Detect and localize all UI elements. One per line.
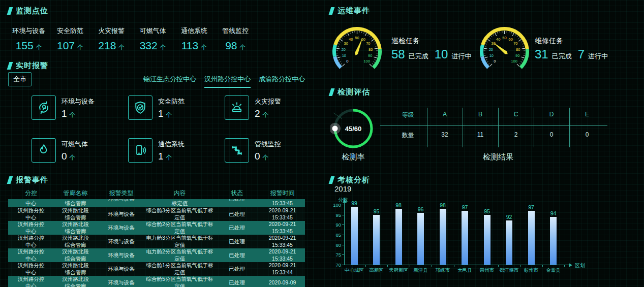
table-cell: 标定值 <box>145 199 214 207</box>
table-row: 汉州路分控 中心汉州路北段 综合管廊环境与设备综合舱5分区当前氧气低于标 定值已… <box>8 276 305 287</box>
table-cell: 汉州路北段 综合管廊 <box>54 207 97 221</box>
section-title-text: 考核分析 <box>338 175 370 185</box>
bar-category-label: 金堂县 <box>539 267 568 274</box>
table-cell: 环境与设备 <box>97 207 145 221</box>
svg-text:10: 10 <box>489 53 494 58</box>
bar <box>506 220 512 265</box>
bar-value-label: 97 <box>524 204 539 210</box>
monitor-point-unit: 个 <box>160 44 166 51</box>
table-cell: 汉州路分控 中心 <box>8 221 54 235</box>
pipe-icon <box>229 143 244 158</box>
alarm-type-item: 可燃气体0个 <box>32 138 88 163</box>
active-count: 7 <box>578 47 585 61</box>
svg-text:80: 80 <box>516 47 520 52</box>
table-cell: 环境与设备 <box>97 276 145 287</box>
y-tick-label: 80 <box>329 242 341 248</box>
alarm-type-unit: 个 <box>70 111 76 118</box>
gauge-stats: 31 已完成 7 进行中 <box>535 47 608 61</box>
x-tick <box>498 265 499 267</box>
monitor-point-label: 通信系统 <box>173 26 214 36</box>
alarm-type-label: 火灾报警 <box>255 97 281 106</box>
monitor-point-unit: 个 <box>36 44 42 51</box>
monitor-point-label: 安全防范 <box>49 26 90 36</box>
table-cell: 15:33:45 <box>260 199 305 207</box>
table-row: 汉州路分控 中心汉州路北段 综合管廊环境与设备电力舱2分区当前氧气低于标 定值已… <box>8 248 305 262</box>
bar-value-label: 95 <box>479 208 495 214</box>
table-cell: 汉州路分控 中心 <box>8 262 54 276</box>
monitor-point-unit: 个 <box>118 44 125 51</box>
y-tick <box>342 245 344 245</box>
alarm-type-value: 0个 <box>62 151 88 162</box>
table-cell: 2020-09-21 15:33:45 <box>260 207 305 221</box>
alarm-type-value: 1个 <box>62 108 95 119</box>
table-cell: 汉州路北段 综合管廊 <box>54 262 97 276</box>
done-count: 31 <box>535 47 548 61</box>
svg-text:70: 70 <box>513 41 517 46</box>
x-tick <box>387 265 388 267</box>
monitor-point-label: 火灾报警 <box>91 26 132 36</box>
table-cell: 综合舱2分区当前氧气低于标 定值 <box>145 221 214 235</box>
table-row: 中心综合管廊环境与设备标定值已处理15:33:45 <box>8 199 305 207</box>
svg-text:60: 60 <box>509 37 513 42</box>
bar <box>440 209 446 265</box>
y-tick-label: 100 <box>329 202 341 208</box>
gauge-label: 维修任务 <box>535 37 563 46</box>
column-header: 状态 <box>214 189 260 198</box>
svg-text:50: 50 <box>355 36 359 40</box>
table-cell: 汉州路分控 中心 <box>8 248 54 262</box>
svg-text:90: 90 <box>515 53 519 58</box>
alarm-type-icon-box <box>128 95 152 120</box>
alarm-type-item: 安全防范1个 <box>128 95 185 120</box>
section-title-monitor-points: 监测点位 <box>8 6 48 16</box>
bar <box>550 217 557 265</box>
alarm-table-body[interactable]: 中心综合管廊环境与设备标定值已处理15:33:45汉州路分控 中心汉州路北段 综… <box>8 199 305 287</box>
monitor-point-value: 155个 <box>8 40 49 52</box>
svg-text:30: 30 <box>344 41 348 46</box>
x-axis <box>344 265 569 265</box>
bar <box>417 213 424 265</box>
y-axis <box>344 202 345 265</box>
bar <box>351 207 358 265</box>
alarm-type-label: 安全防范 <box>158 97 185 106</box>
monitor-point-item: 环境与设备155个 <box>8 26 49 52</box>
table-cell: 电力舱3分区当前氧气低于标 定值 <box>145 235 214 248</box>
grade-header-cell: 等级 <box>389 111 427 119</box>
bar-value-label: 92 <box>502 214 517 220</box>
city-button[interactable]: 全市 <box>8 72 32 86</box>
table-cell: 汉州路北段 综合管廊 <box>54 221 97 235</box>
detection-rate-label: 检测率 <box>330 152 376 162</box>
x-axis-arrow <box>569 263 572 267</box>
tab-control-center-2[interactable]: 成渝路分控中心 <box>259 75 305 88</box>
alarm-table-header: 分控管廊名称报警类型内容状态报警时间 <box>8 189 305 198</box>
svg-text:70: 70 <box>366 41 370 46</box>
monitor-point-unit: 个 <box>201 44 207 51</box>
maintenance-gauge: 0102030405060708090100 <box>475 22 534 81</box>
shield-icon <box>133 100 148 115</box>
monitor-point-item: 可燃气体332个 <box>132 26 173 52</box>
ring-knob[interactable] <box>332 126 338 132</box>
monitor-point-value: 218个 <box>91 40 132 52</box>
table-cell: 汉州路分控 中心 <box>8 276 54 287</box>
phone-icon <box>133 143 148 158</box>
section-title-realtime-alarm: 实时报警 <box>8 61 48 71</box>
x-tick <box>542 265 543 267</box>
tab-control-center-0[interactable]: 锦江生态分控中心 <box>143 75 196 88</box>
siren-icon <box>229 100 244 115</box>
alarm-type-unit: 个 <box>70 154 76 161</box>
svg-text:20: 20 <box>489 47 493 52</box>
bar <box>395 209 402 265</box>
tab-control-center-1[interactable]: 汉州路分控中心 <box>204 75 251 88</box>
gauge-label: 巡检任务 <box>391 37 420 46</box>
column-header: 报警时间 <box>260 189 305 198</box>
alarm-type-label: 可燃气体 <box>62 140 88 149</box>
table-cell: 已处理 <box>214 235 260 248</box>
table-cell: 环境与设备 <box>97 221 145 235</box>
alarm-type-value: 2个 <box>255 108 281 119</box>
title-slash-icon <box>329 176 335 184</box>
done-count: 58 <box>391 47 405 61</box>
grade-header-cell: C <box>498 111 534 118</box>
table-cell: 中心 <box>8 199 54 207</box>
grade-header-cell: B <box>463 111 498 118</box>
grade-count-cell: 0 <box>534 131 569 138</box>
alarm-type-label: 环境与设备 <box>62 97 95 106</box>
